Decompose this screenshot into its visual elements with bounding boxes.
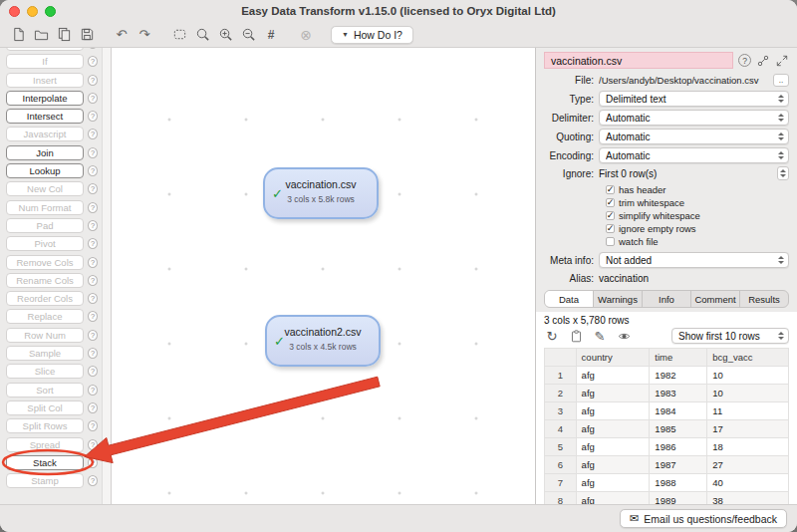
view-button[interactable] [616,328,632,344]
help-icon[interactable]: ? [88,348,98,359]
help-icon[interactable]: ? [88,75,98,86]
open-folder-icon [34,27,49,42]
popup-delimiter-[interactable]: Automatic [599,110,789,126]
help-icon[interactable]: ? [88,202,98,213]
workflow-canvas[interactable]: ✓ vaccination.csv 3 cols x 5.8k rows ✓ v… [112,48,536,504]
help-icon[interactable]: ? [88,366,98,377]
minimize-window-button[interactable] [27,6,38,17]
add-files-button[interactable] [54,25,74,45]
copy-button[interactable] [568,328,584,344]
browse-button[interactable]: .. [773,74,789,87]
canvas-node-vaccination2-csv[interactable]: ✓ vaccination2.csv 3 cols x 4.5k rows [265,315,381,367]
help-icon[interactable]: ? [88,275,98,286]
chevron-updown-icon [778,133,784,140]
help-icon[interactable]: ? [88,420,98,431]
popup-type-[interactable]: Delimited text [599,91,789,107]
cancel-button[interactable]: ⊗ [296,25,316,45]
traffic-lights [9,0,56,22]
checkbox-trim-whitespace[interactable]: ✓ trim whitespace [606,196,789,208]
help-icon[interactable]: ? [738,54,751,67]
expand-icon[interactable] [775,54,789,68]
help-icon[interactable]: ? [88,147,98,158]
table-row: 7afg198840 [545,474,789,492]
data-table: countrytimebcg_vacc1afg1982102afg1983103… [544,348,789,504]
help-icon[interactable]: ? [88,457,98,468]
sidebar-item-stack[interactable]: Stack [6,455,84,470]
checkbox-watch-file[interactable]: watch file [606,235,789,247]
undo-button[interactable]: ↶ [112,25,132,45]
meta-info-popup[interactable]: Not added [599,252,789,268]
redo-button[interactable]: ↷ [134,25,154,45]
sidebar-item-intersect[interactable]: Intersect [6,109,84,124]
checkbox-label: watch file [619,236,659,247]
help-icon[interactable]: ? [88,93,98,104]
sidebar-item-new-col: New Col [6,181,84,196]
column-header-bcg-vacc[interactable]: bcg_vacc [707,349,789,367]
column-header-country[interactable]: country [576,349,650,367]
canvas-node-vaccination-csv[interactable]: ✓ vaccination.csv 3 cols x 5.8k rows [263,167,379,219]
edit-button[interactable]: ✎ [592,328,608,344]
sidebar-scrollbar[interactable] [102,48,112,504]
popup-quoting-[interactable]: Automatic [599,129,789,144]
help-icon[interactable]: ? [88,257,98,268]
toggle-grid-button[interactable]: # [261,25,281,45]
show-rows-popup[interactable]: Show first 10 rows [671,328,789,344]
chevron-updown-icon [778,332,784,340]
sidebar-item-interpolate[interactable]: Interpolate [6,91,84,106]
checkbox-ignore-empty-rows[interactable]: ✓ ignore empty rows [606,222,789,234]
tab-data[interactable]: Data [545,291,594,307]
checkbox-has-header[interactable]: ✓ has header [606,183,789,195]
open-folder-button[interactable] [31,25,51,45]
selected-node-name[interactable]: vaccination.csv [544,52,733,69]
tab-comment[interactable]: Comment [691,291,740,307]
sidebar-item-lookup[interactable]: Lookup [6,163,84,178]
tab-info[interactable]: Info [643,291,691,307]
table-row: 1afg198210 [545,367,789,385]
close-window-button[interactable] [9,6,20,17]
help-icon[interactable]: ? [88,183,98,194]
table-cell: afg [576,438,650,456]
link-icon[interactable] [756,54,770,68]
form-row: Type: Delimited text [544,91,789,107]
help-icon[interactable]: ? [88,330,98,341]
email-feedback-button[interactable]: ✉ Email us questions/feedback [620,509,787,528]
table-toolbar: ↻ ✎ Show first 10 rows [544,328,789,344]
refresh-button[interactable]: ↻ [544,328,560,344]
help-icon[interactable]: ? [88,111,98,122]
help-icon[interactable]: ? [88,475,98,486]
help-icon[interactable]: ? [88,220,98,231]
help-icon[interactable]: ? [88,48,98,49]
sidebar-row: Rename Cols ? [6,273,98,288]
ignore-stepper[interactable] [777,166,789,180]
table-header-row: countrytimebcg_vacc [545,349,789,367]
sidebar-row: Sort ? [6,383,98,398]
column-header-time[interactable]: time [650,349,707,367]
select-tool-button[interactable] [169,25,189,45]
sidebar-row: Num Format ? [6,200,98,215]
sidebar-row: Join ? [6,145,98,160]
help-icon[interactable]: ? [88,238,98,249]
help-icon[interactable]: ? [88,385,98,396]
row-number: 7 [545,474,577,492]
popup-encoding-[interactable]: Automatic [599,147,789,163]
help-icon[interactable]: ? [88,293,98,304]
zoom-window-button[interactable] [45,6,56,17]
zoom-in-button[interactable] [215,25,235,45]
help-icon[interactable]: ? [88,439,98,450]
tab-warnings[interactable]: Warnings [594,291,643,307]
help-icon[interactable]: ? [88,165,98,176]
sidebar-item-join[interactable]: Join [6,145,84,160]
help-icon[interactable]: ? [88,56,98,67]
save-button[interactable] [77,25,97,45]
checkbox-simplify-whitespace[interactable]: ✓ simplify whitespace [606,209,789,221]
sidebar-row: Sample ? [6,346,98,361]
zoom-tool-button[interactable] [192,25,212,45]
tab-results[interactable]: Results [740,291,788,307]
table-cell: afg [576,367,650,385]
help-icon[interactable]: ? [88,402,98,413]
zoom-out-button[interactable] [238,25,258,45]
how-do-i-button[interactable]: ▼ How Do I? [331,26,413,44]
help-icon[interactable]: ? [88,311,98,322]
help-icon[interactable]: ? [88,129,98,139]
new-document-button[interactable] [8,25,28,45]
